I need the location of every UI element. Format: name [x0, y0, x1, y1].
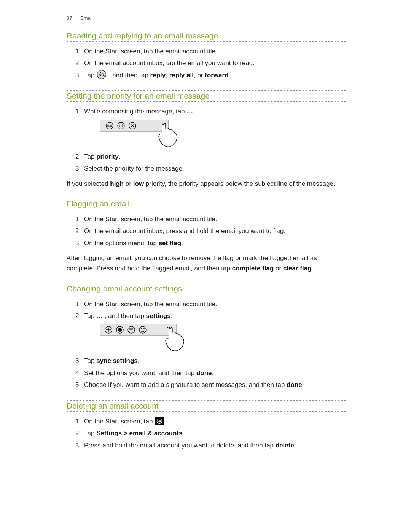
section-title-changing: Changing email account settings: [67, 283, 346, 294]
page-header: 37 Email: [67, 15, 346, 21]
label-reply-all: reply all: [169, 72, 194, 79]
label-settings: settings: [146, 312, 171, 320]
ellipsis-icon: …: [186, 108, 193, 115]
svg-point-14: [169, 327, 170, 328]
steps-priority: While composing the message, tap … .: [67, 105, 346, 174]
step: On the options menu, tap set flag.: [83, 237, 346, 249]
svg-rect-7: [100, 324, 176, 335]
step: Tap priority.: [83, 151, 346, 163]
section-title-priority: Setting the priority for an email messag…: [67, 90, 346, 102]
label-reply: reply: [150, 72, 166, 79]
step: Choose if you want to add a signature to…: [83, 379, 346, 391]
note-priority: If you selected high or low priority, th…: [67, 179, 346, 189]
step: Tap , and then tap reply, reply all, or …: [83, 69, 346, 81]
label-priority: priority: [96, 153, 119, 160]
label-set-flag: set flag: [159, 240, 182, 247]
svg-point-5: [162, 122, 164, 123]
step: Set the options you want, and then tap d…: [83, 367, 346, 379]
steps-deleting: On the Start screen, tap . Tap Settings …: [67, 415, 346, 451]
label-done: done: [287, 381, 302, 388]
svg-point-10: [118, 328, 122, 332]
step: On the Start screen, tap the email accou…: [83, 213, 346, 225]
arrow-right-icon: [155, 417, 164, 425]
steps-changing: On the Start screen, tap the email accou…: [67, 298, 346, 391]
section-title-flagging: Flagging an email: [67, 198, 346, 209]
svg-point-13: [167, 327, 169, 328]
step: On the email account inbox, press and ho…: [83, 225, 346, 237]
step: On the Start screen, tap the email accou…: [83, 298, 346, 310]
label-done: done: [196, 369, 212, 377]
ellipsis-icon: …: [96, 312, 103, 320]
step: Press and hold the email account you wan…: [83, 439, 346, 451]
step: On the Start screen, tap .: [83, 415, 346, 427]
label-delete: delete: [276, 442, 294, 449]
label-settings-path: Settings > email & accounts: [96, 430, 182, 437]
reply-icon: [97, 70, 106, 79]
note-flagging: After flagging an email, you can choose …: [67, 253, 346, 273]
step: While composing the message, tap … .: [83, 105, 346, 148]
toolbar-illustration-compose: [100, 120, 346, 149]
header-section: Email: [80, 15, 93, 21]
step: Tap … , and then tap settings.: [83, 310, 346, 353]
step: Tap sync settings.: [83, 355, 346, 367]
page-number: 37: [67, 15, 72, 21]
step: On the email account inbox, tap the emai…: [83, 57, 346, 69]
label-forward: forward: [205, 72, 228, 79]
steps-flagging: On the Start screen, tap the email accou…: [67, 213, 346, 249]
label-sync-settings: sync settings: [96, 357, 138, 364]
section-title-reading: Reading and replying to an email message: [67, 30, 346, 42]
toolbar-illustration-inbox: [100, 324, 346, 353]
step: Select the priority for the message.: [83, 163, 346, 174]
step: Tap Settings > email & accounts.: [83, 427, 346, 439]
svg-point-4: [161, 122, 162, 123]
steps-reading: On the Start screen, tap the email accou…: [67, 45, 346, 81]
section-title-deleting: Deleting an email account: [67, 400, 346, 412]
step: On the Start screen, tap the email accou…: [83, 45, 346, 57]
